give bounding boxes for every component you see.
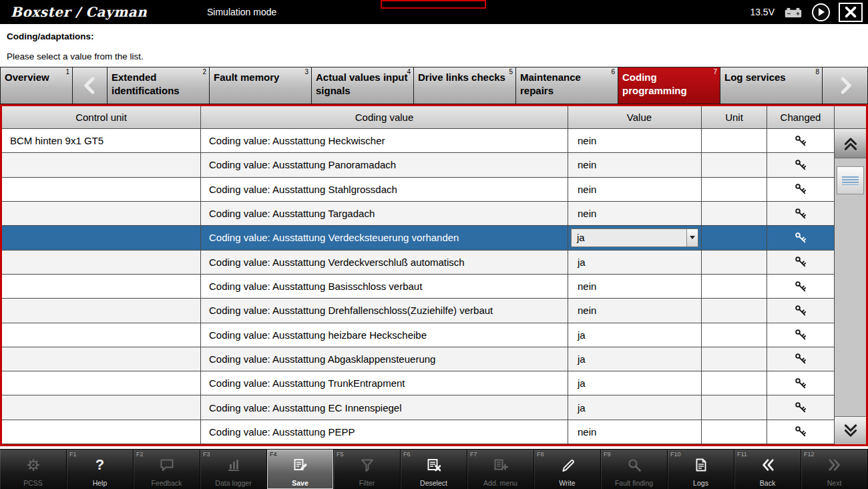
unit-cell [702,226,767,249]
chevron-right-icon [835,74,855,97]
fkey-button-label: Fault finding [601,479,667,487]
tab-scroll-right-button[interactable] [822,67,868,104]
fkey-button-label: PCSS [0,479,66,487]
tab-extended-identifications[interactable]: 2Extended identifications [107,67,210,104]
changed-cell [767,275,834,298]
key-icon [794,328,807,341]
column-header-control-unit: Control unit [2,106,201,128]
fkey-button-logs[interactable]: F10Logs [668,450,734,489]
coding-value-cell: Coding value: Ausstattung Panoramadach [201,153,568,176]
table-row[interactable]: Coding value: Ausstattung Verdeckverschl… [2,251,834,275]
tab-drive-links-checks[interactable]: 5Drive links checks [413,67,516,104]
coding-table: Control unit Coding value Value Unit Cha… [0,104,868,446]
table-row[interactable]: Coding value: Ausstattung Abgasklappenst… [2,347,834,371]
fkey-button-label: Data logger [200,479,266,487]
function-key-bar: PCSSF1?HelpF2FeedbackF3Data loggerF4Save… [0,449,868,489]
control-unit-cell [2,371,201,395]
simulation-mode-label: Simulation mode [207,7,276,17]
table-row[interactable]: Coding value: Ausstattung Targadachnein [2,202,834,226]
tab-log-services[interactable]: 8Log services [720,67,823,104]
add-menu-icon [493,457,509,473]
coding-value-cell: Coding value: Ausstattung Drehfallenschl… [201,299,568,322]
tab-number: 8 [815,68,819,75]
app-title: Boxster / Cayman [11,4,147,20]
table-row[interactable]: Coding value: Ausstattung PEPPnein [2,420,834,444]
table-body: BCM hinten 9x1 GT5Coding value: Ausstatt… [2,129,834,444]
value-cell: nein [568,129,702,152]
table-row[interactable]: Coding value: Ausstattung EC Innenspiege… [2,395,834,420]
table-row[interactable]: Coding value: Ausstattung Stahlgrossdach… [2,178,834,202]
button-icon-wrap [668,456,734,474]
feedback-icon [159,457,175,473]
fkey-button-label: Save [267,479,333,487]
changed-cell [767,202,834,225]
key-icon [794,425,807,438]
tab-scroll-left-button[interactable] [72,67,107,104]
save-icon [292,457,308,473]
value-cell: ja [568,347,702,371]
table-row[interactable]: Coding value: Ausstattung heizbare Hecks… [2,323,834,347]
table-row[interactable]: Coding value: Ausstattung TrunkEntrapmen… [2,371,834,395]
tab-actual-values-input-signals[interactable]: 4Actual values input signals [311,67,414,104]
fkey-button-back[interactable]: F11Back [734,450,801,489]
table-row[interactable]: Coding value: Ausstattung Panoramadachne… [2,153,834,177]
dropdown-arrow-button[interactable] [686,229,698,247]
tab-number: 7 [713,68,717,75]
key-icon [794,207,807,220]
scroll-down-button[interactable] [835,416,866,444]
scrollbar-track[interactable] [835,158,866,416]
table-row[interactable]: Coding value: Ausstattung Basisschloss v… [2,275,834,299]
double-chevron-down-icon [842,422,859,440]
table-row[interactable]: Coding value: Ausstattung Verdecksteueru… [2,226,834,250]
fkey-button-save[interactable]: F4Save [267,450,334,489]
fkey-button-pcss: PCSS [0,450,67,489]
key-icon [794,255,807,269]
fkey-button-label: Feedback [134,479,200,487]
column-header-value: Value [568,106,702,128]
tab-number: 4 [407,68,411,75]
tab-label: Drive links checks [414,67,515,84]
fkey-button-help[interactable]: F1?Help [67,450,134,489]
close-button[interactable] [839,3,863,22]
tab-maintenance-repairs[interactable]: 6Maintenance repairs [515,67,618,104]
coding-value-cell: Coding value: Ausstattung Abgasklappenst… [201,347,568,371]
scrollbar-thumb[interactable] [837,166,864,194]
changed-cell [767,420,834,444]
table-row[interactable]: Coding value: Ausstattung Drehfallenschl… [2,299,834,323]
tab-overview[interactable]: 1Overview [0,67,73,104]
table-grid: Control unit Coding value Value Unit Cha… [2,106,834,444]
unit-cell [702,178,767,201]
fkey-button-next: F12Next [801,450,868,489]
tab-label: Overview [1,67,72,84]
tab-fault-memory[interactable]: 3Fault memory [209,67,312,104]
fkey-button-data-logger: F3Data logger [200,450,267,489]
table-row[interactable]: BCM hinten 9x1 GT5Coding value: Ausstatt… [2,129,834,153]
fkey-button-label: Write [534,479,600,487]
button-icon-wrap [734,456,801,474]
button-icon-wrap [401,456,467,474]
table-header: Control unit Coding value Value Unit Cha… [2,106,834,129]
tab-label: Maintenance repairs [516,67,618,98]
tab-label: Extended identifications [107,67,209,98]
play-button[interactable] [812,3,830,21]
key-icon [794,158,807,172]
column-header-coding-value: Coding value [201,106,568,128]
value-dropdown[interactable]: ja [571,228,698,247]
page-title: Coding/adaptations: [7,31,861,41]
fkey-button-deselect[interactable]: F6Deselect [401,450,467,489]
changed-cell [767,178,834,201]
scroll-up-button[interactable] [835,129,866,158]
control-unit-cell [2,275,201,298]
scrollbar [834,106,866,444]
dropdown-arrow-icon [690,236,695,239]
tab-coding-programming[interactable]: 7Coding programming [618,67,720,104]
fkey-button-label: Logs [668,479,734,487]
button-icon-wrap [467,456,533,474]
fkey-button-write[interactable]: F8Write [534,450,601,489]
tab-label: Log services [720,67,822,84]
chevron-left-icon [80,74,100,97]
changed-cell [767,347,834,371]
control-unit-cell [2,178,201,201]
fkey-button-label: Deselect [401,479,467,487]
fkey-button-label: Add. menu [467,479,533,487]
